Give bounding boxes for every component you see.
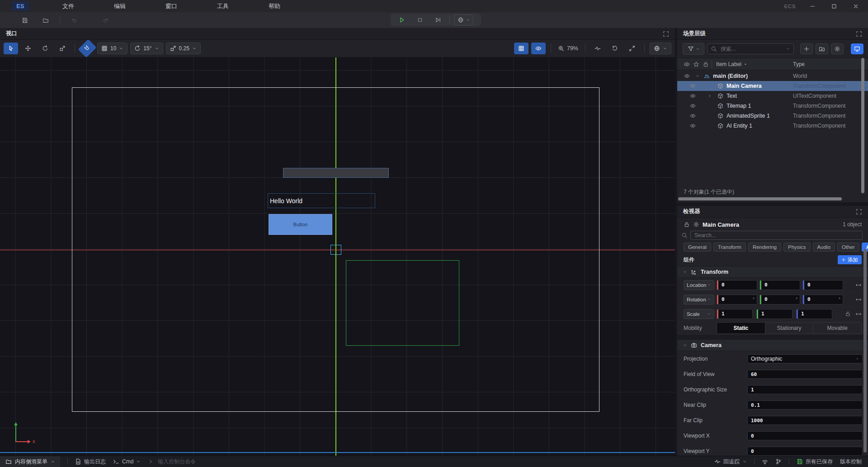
column-type[interactable]: Type <box>793 61 805 67</box>
scale-lock-icon[interactable] <box>845 311 851 317</box>
vertical-scrollbar[interactable] <box>861 58 864 193</box>
transform-rotation-dropdown[interactable]: Rotation <box>684 295 714 305</box>
mobility-movable[interactable]: Movable <box>813 323 861 334</box>
view-mode-dropdown[interactable] <box>650 43 671 54</box>
transform-scale-dropdown[interactable]: Scale <box>684 309 714 319</box>
grid-snap-dropdown[interactable]: 10 <box>97 43 127 54</box>
move-tool-button[interactable] <box>21 43 35 54</box>
output-log-button[interactable]: 输出日志 <box>75 458 106 466</box>
undo-icon[interactable] <box>68 14 80 26</box>
axis-value-field[interactable]: 0 <box>802 280 843 290</box>
camera-section-header[interactable]: Camera <box>677 339 868 351</box>
visibility-button[interactable] <box>531 43 546 54</box>
menu-item[interactable]: 帮助 <box>269 2 280 10</box>
expand-panel-icon[interactable] <box>856 31 862 37</box>
camera-field-input[interactable]: 1000 <box>747 416 863 425</box>
axis-value-field[interactable]: 0° <box>802 295 843 305</box>
reset-view-button[interactable] <box>608 43 622 54</box>
selection-box[interactable] <box>330 245 341 255</box>
axis-value-field[interactable]: 0 <box>717 280 757 290</box>
maximize-button[interactable] <box>829 1 839 11</box>
open-folder-icon[interactable] <box>40 14 52 26</box>
network-status-icon[interactable] <box>762 458 768 465</box>
tab-physics[interactable]: Physics <box>783 243 811 252</box>
inspector-search-input[interactable] <box>693 232 859 239</box>
visibility-eye-icon[interactable] <box>690 113 696 119</box>
camera-field-input[interactable]: 0 <box>747 447 863 456</box>
tilemap-object[interactable] <box>283 168 389 178</box>
add-entity-button[interactable] <box>800 43 813 54</box>
tab-other[interactable]: Other <box>837 243 859 252</box>
version-control-button[interactable]: 版本控制 <box>840 458 862 466</box>
hierarchy-row[interactable]: main (Editor)World <box>677 71 868 81</box>
menu-item[interactable]: 编辑 <box>114 2 126 10</box>
menu-item[interactable]: 工具 <box>217 2 229 10</box>
camera-field-input[interactable]: 1 <box>747 385 863 394</box>
column-item-label[interactable]: Item Label <box>716 61 747 67</box>
entity-settings-icon[interactable] <box>693 221 699 228</box>
redo-icon[interactable] <box>100 14 112 26</box>
link-values-icon[interactable] <box>855 296 862 303</box>
rotate-tool-button[interactable] <box>38 43 52 54</box>
step-button[interactable] <box>431 14 445 25</box>
axis-value-field[interactable]: 1 <box>717 309 753 319</box>
stats-button[interactable] <box>590 43 605 54</box>
lock-column-icon[interactable] <box>703 61 709 67</box>
close-button[interactable] <box>851 1 861 11</box>
rotation-snap-dropdown[interactable]: 15° <box>130 43 163 54</box>
mobility-stationary[interactable]: Stationary <box>765 323 814 334</box>
minimize-button[interactable] <box>807 1 817 11</box>
scene-canvas[interactable]: Hello World Button x <box>0 57 675 456</box>
tab-general[interactable]: General <box>684 243 711 252</box>
visibility-eye-icon[interactable] <box>684 73 690 79</box>
hierarchy-row[interactable]: TextUITextComponent <box>677 91 868 101</box>
link-values-icon[interactable] <box>855 282 862 288</box>
tab-rendering[interactable]: Rendering <box>748 243 781 252</box>
expand-panel-icon[interactable] <box>663 31 669 37</box>
axis-value-field[interactable]: 0° <box>717 295 757 305</box>
expand-panel-icon[interactable] <box>856 209 862 215</box>
horizontal-scrollbar[interactable] <box>678 197 842 200</box>
transform-section-header[interactable]: Transform <box>677 266 868 278</box>
axis-value-field[interactable]: 1 <box>796 309 832 319</box>
fit-view-button[interactable] <box>625 43 639 54</box>
display-mode-button[interactable] <box>851 43 863 54</box>
add-component-button[interactable]: 添加 <box>838 255 862 264</box>
hierarchy-row[interactable]: AnimatedSprite 1TransformComponent <box>677 111 868 121</box>
show-grid-button[interactable] <box>514 43 528 54</box>
transform-location-dropdown[interactable]: Location <box>684 280 714 290</box>
zoom-control[interactable]: 79% <box>556 45 580 52</box>
axis-value-field[interactable]: 0 <box>760 280 800 290</box>
add-folder-button[interactable] <box>816 43 828 54</box>
chevron-right-icon[interactable] <box>708 94 712 98</box>
search-input[interactable] <box>720 45 783 52</box>
hierarchy-row[interactable]: Tilemap 1TransformComponent <box>677 101 868 111</box>
camera-field-input[interactable]: 0.1 <box>747 400 863 410</box>
favorite-column-icon[interactable] <box>693 61 699 67</box>
select-tool-button[interactable] <box>4 43 18 54</box>
hierarchy-search[interactable] <box>707 43 794 54</box>
stop-button[interactable] <box>413 14 427 25</box>
snap-toggle-button[interactable] <box>78 39 96 57</box>
axis-value-field[interactable]: 1 <box>756 309 793 319</box>
menu-item[interactable]: 文件 <box>62 2 74 10</box>
link-values-icon[interactable] <box>855 311 862 317</box>
camera-field-input[interactable]: 60 <box>747 370 863 379</box>
cmd-dropdown[interactable]: Cmd <box>113 458 141 465</box>
mobility-static[interactable]: Static <box>717 323 765 334</box>
play-button[interactable] <box>395 14 409 25</box>
lock-inspector-icon[interactable] <box>684 221 690 228</box>
hierarchy-row[interactable]: Main CameraTransformComponent <box>677 81 868 91</box>
hierarchy-settings-button[interactable] <box>831 43 844 54</box>
console-command-input[interactable] <box>157 458 217 465</box>
menu-item[interactable]: 窗口 <box>165 2 177 10</box>
scale-tool-button[interactable] <box>55 43 70 54</box>
save-status[interactable]: 所有已保存 <box>797 458 833 466</box>
camera-field-select[interactable]: Orthographic <box>747 354 863 363</box>
trace-dropdown[interactable]: 回追踪 <box>714 458 747 466</box>
visibility-column-icon[interactable] <box>684 61 690 67</box>
chevron-down-icon[interactable] <box>695 74 700 78</box>
ui-button-object[interactable]: Button <box>269 214 332 235</box>
save-icon[interactable] <box>19 14 31 26</box>
camera-field-input[interactable]: 0 <box>747 431 863 440</box>
